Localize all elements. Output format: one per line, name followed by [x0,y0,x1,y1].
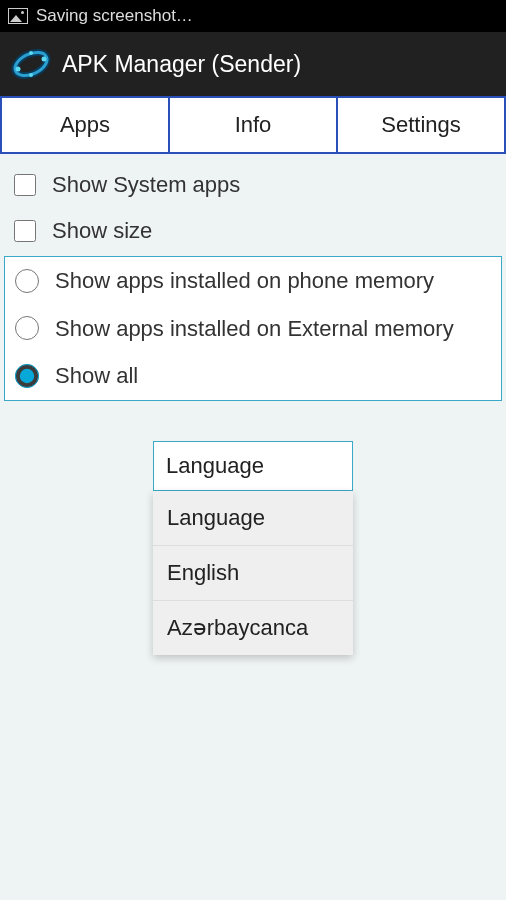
tab-settings[interactable]: Settings [338,96,506,154]
radio-row-phone-memory[interactable]: Show apps installed on phone memory [5,257,501,305]
checkbox-row-show-size[interactable]: Show size [0,208,506,254]
app-title: APK Manager (Sender) [62,51,301,78]
checkbox-row-show-system[interactable]: Show System apps [0,162,506,208]
language-option[interactable]: English [153,546,353,601]
language-select[interactable]: Language [153,441,353,491]
checkbox-show-size[interactable] [14,220,36,242]
svg-point-4 [29,51,33,55]
radio-phone-memory[interactable] [15,269,39,293]
checkbox-label: Show System apps [52,172,240,198]
app-icon [10,43,52,85]
svg-point-3 [42,57,47,62]
radio-group-location: Show apps installed on phone memory Show… [4,256,502,401]
language-selected: Language [166,453,264,479]
language-option[interactable]: Language [153,491,353,546]
radio-external-memory[interactable] [15,316,39,340]
radio-label: Show apps installed on External memory [55,315,454,343]
radio-label: Show all [55,362,138,390]
language-wrap: Language Language English Azərbaycanca [0,441,506,491]
image-icon [8,8,28,24]
checkbox-show-system[interactable] [14,174,36,196]
tab-apps[interactable]: Apps [0,96,170,154]
tab-info[interactable]: Info [170,96,338,154]
svg-point-2 [16,67,21,72]
svg-point-5 [29,73,33,77]
tabs: Apps Info Settings [0,96,506,154]
language-option[interactable]: Azərbaycanca [153,601,353,655]
checkbox-label: Show size [52,218,152,244]
app-bar: APK Manager (Sender) [0,32,506,96]
status-text: Saving screenshot… [36,6,193,26]
language-dropdown: Language English Azərbaycanca [153,491,353,655]
radio-row-external-memory[interactable]: Show apps installed on External memory [5,305,501,353]
settings-area: Show System apps Show size Show apps ins… [0,154,506,491]
radio-row-show-all[interactable]: Show all [5,352,501,400]
radio-show-all[interactable] [15,364,39,388]
status-bar: Saving screenshot… [0,0,506,32]
radio-label: Show apps installed on phone memory [55,267,434,295]
